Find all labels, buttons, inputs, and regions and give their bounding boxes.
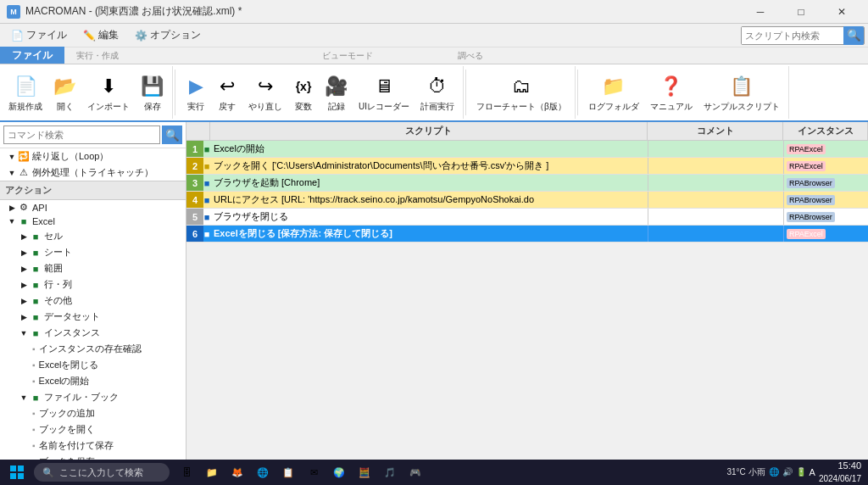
menu-item-options[interactable]: ⚙️ オプション: [127, 25, 208, 45]
tree-item-trycatch[interactable]: ▼ ⚠ 例外処理（トライキャッチ）: [0, 164, 186, 181]
svg-rect-3: [18, 473, 24, 479]
menu-item-edit[interactable]: ✏️ 編集: [75, 25, 125, 45]
import-label: インポート: [87, 101, 130, 113]
taskbar-icon-5[interactable]: 📋: [276, 460, 300, 484]
minimize-button[interactable]: ─: [741, 0, 780, 24]
run-button[interactable]: ▶ 実行: [181, 70, 211, 115]
flowchart-button[interactable]: 🗂 フローチャート（β版）: [471, 70, 571, 115]
undo-button[interactable]: ↩ 戻す: [212, 70, 242, 115]
instance-col-header: インスタンス: [783, 122, 868, 140]
open-label: 開く: [57, 101, 74, 113]
script-header: スクリプト コメント インスタンス: [186, 122, 868, 141]
tree-item-excel-cell[interactable]: ▶ ■ セル: [0, 228, 186, 244]
ribbon-divider-3: [577, 70, 578, 115]
tree-item-add-book[interactable]: ▪ ブックの追加: [0, 405, 186, 421]
taskbar-icon-6[interactable]: ✉: [302, 460, 326, 484]
ribbon-section-label-1: ビューモード: [317, 48, 378, 64]
script-rows: 1 ■ Excelの開始 RPAExcel 2 ■ ブックを開く ['C:\Us…: [186, 141, 868, 460]
taskbar-icon-4[interactable]: 🌐: [251, 460, 275, 484]
row-instance-3: RPABrowser: [783, 175, 868, 191]
ui-recorder-button[interactable]: 🖥 UIレコーダー: [353, 70, 415, 115]
taskbar-icon-10[interactable]: 🎮: [403, 460, 427, 484]
taskbar-icon-7[interactable]: 🌍: [327, 460, 351, 484]
taskbar-icon-1[interactable]: 🗄: [175, 460, 198, 484]
tree-container: ▼ 🔁 繰り返し（Loop） ▼ ⚠ 例外処理（トライキャッチ） アクション ▶…: [0, 148, 186, 460]
tree-item-excel[interactable]: ▼ ■ Excel: [0, 215, 186, 228]
row-num-4: 4: [186, 192, 203, 208]
tree-item-excel-range[interactable]: ▶ ■ 範囲: [0, 260, 186, 276]
row-indicator-1: ■: [203, 141, 210, 157]
tree-item-save-as[interactable]: ▪ 名前を付けて保存: [0, 438, 186, 454]
record-button[interactable]: 🎥 記録: [320, 70, 353, 115]
tree-item-excel-rowcol[interactable]: ▶ ■ 行・列: [0, 276, 186, 293]
open-icon: 📂: [53, 73, 76, 100]
tree-item-excel-start[interactable]: ▪ Excelの開始: [0, 373, 186, 389]
tree-item-instance-check[interactable]: ▪ インスタンスの存在確認: [0, 341, 186, 357]
tree-item-excel-dataset[interactable]: ▶ ■ データセット: [0, 309, 186, 325]
instance-badge-5: RPABrowser: [787, 212, 835, 222]
script-search-button[interactable]: 🔍: [843, 26, 864, 45]
row-comment-1: [648, 141, 783, 157]
row-instance-4: RPABrowser: [783, 192, 868, 208]
window-controls[interactable]: ─ □ ✕: [741, 0, 861, 24]
new-button[interactable]: 📄 新規作成: [3, 70, 47, 115]
undo-label: 戻す: [219, 101, 236, 113]
script-row-2[interactable]: 2 ■ ブックを開く ['C:\Users\Administrator\Docu…: [186, 158, 868, 175]
taskbar-icon-2[interactable]: 📁: [200, 460, 224, 484]
manual-button[interactable]: ❓ マニュアル: [645, 70, 698, 115]
script-row-5[interactable]: 5 ■ ブラウザを閉じる RPABrowser: [186, 209, 868, 226]
tree-item-loop[interactable]: ▼ 🔁 繰り返し（Loop）: [0, 148, 186, 164]
row-content-2: ブックを開く ['C:\Users\Administrator\Document…: [210, 159, 648, 172]
tree-item-excel-sheet[interactable]: ▶ ■ シート: [0, 244, 186, 260]
maximize-button[interactable]: □: [782, 0, 821, 24]
ribbon-section-label-0: 実行・作成: [71, 48, 124, 64]
open-button[interactable]: 📂 開く: [48, 70, 81, 115]
menu-item-file[interactable]: 📄 ファイル: [3, 25, 74, 45]
scheduled-run-button[interactable]: ⏱ 計画実行: [415, 70, 459, 115]
tree-item-excel-close[interactable]: ▪ Excelを閉じる: [0, 357, 186, 373]
tree-item-open-book[interactable]: ▪ ブックを開く: [0, 421, 186, 438]
command-search-button[interactable]: 🔍: [162, 125, 182, 144]
command-search: 🔍: [0, 122, 186, 148]
row-num-6: 6: [186, 226, 203, 242]
taskbar-icon-3[interactable]: 🦊: [225, 460, 249, 484]
main-layout: 🔍 ▼ 🔁 繰り返し（Loop） ▼ ⚠ 例外処理（トライキャッチ） アクション…: [0, 122, 868, 460]
manual-icon: ❓: [659, 73, 682, 100]
script-row-1[interactable]: 1 ■ Excelの開始 RPAExcel: [186, 141, 868, 158]
taskbar-battery-icon: 🔋: [796, 467, 806, 477]
sample-script-button[interactable]: 📋 サンプルスクリプト: [698, 70, 785, 115]
row-comment-5: [648, 209, 783, 225]
redo-icon: ↪: [258, 73, 273, 100]
script-row-4[interactable]: 4 ■ URLにアクセス [URL: 'https://track.seino.…: [186, 192, 868, 209]
tree-item-api[interactable]: ▶ ⚙ API: [0, 200, 186, 215]
taskbar-icon-8[interactable]: 🧮: [353, 460, 376, 484]
save-icon: 💾: [141, 73, 164, 100]
run-icon: ▶: [189, 73, 203, 100]
options-menu-label: オプション: [150, 28, 201, 42]
script-row-6[interactable]: 6 ■ Excelを閉じる [保存方法: 保存して閉じる] RPAExcel: [186, 226, 868, 242]
script-search-box[interactable]: 🔍: [741, 26, 865, 45]
file-menu-label: ファイル: [26, 28, 67, 42]
tree-item-save-book[interactable]: ▪ ブックを保存: [0, 454, 186, 460]
variable-label: 変数: [295, 101, 312, 113]
instance-badge-2: RPAExcel: [787, 161, 826, 171]
import-button[interactable]: ⬇ インポート: [82, 70, 135, 115]
taskbar-icon-9[interactable]: 🎵: [378, 460, 402, 484]
command-search-input[interactable]: [3, 125, 160, 144]
ribbon-file-tab[interactable]: ファイル: [0, 47, 64, 64]
tree-item-excel-other[interactable]: ▶ ■ その他: [0, 293, 186, 309]
log-folder-button[interactable]: 📁 ログフォルダ: [583, 70, 644, 115]
save-button[interactable]: 💾 保存: [136, 70, 169, 115]
tree-item-excel-instance[interactable]: ▼ ■ インスタンス: [0, 325, 186, 341]
ribbon-view-buttons: 🗂 フローチャート（β版）: [471, 66, 571, 119]
script-row-3[interactable]: 3 ■ ブラウザを起動 [Chrome] RPABrowser: [186, 175, 868, 192]
start-button[interactable]: [0, 460, 34, 485]
app-icon: M: [7, 5, 20, 19]
script-search-input[interactable]: [742, 27, 843, 44]
tree-item-excel-filebook[interactable]: ▼ ■ ファイル・ブック: [0, 389, 186, 405]
taskbar-search[interactable]: 🔍 ここに入力して検索: [34, 463, 170, 482]
redo-button[interactable]: ↪ やり直し: [243, 70, 287, 115]
window-title: MACROMAN - (関東西濃 お届け状況確認.xml) *: [25, 4, 242, 19]
variable-button[interactable]: {x} 変数: [288, 70, 319, 115]
close-button[interactable]: ✕: [822, 0, 861, 24]
